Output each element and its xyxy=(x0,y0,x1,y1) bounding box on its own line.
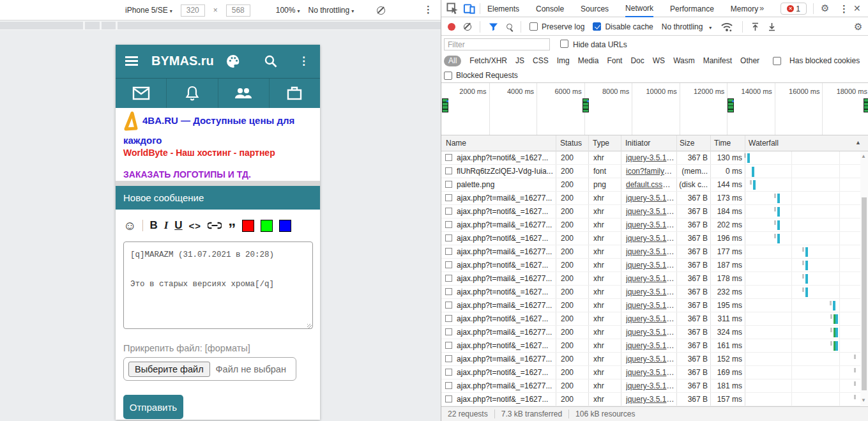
col-size[interactable]: Size xyxy=(680,139,694,148)
filter-pill-js[interactable]: JS xyxy=(515,56,524,65)
viewport-width-input[interactable]: 320 xyxy=(181,4,205,17)
tab-elements[interactable]: Elements xyxy=(487,0,519,17)
device-toolbar-icon[interactable] xyxy=(463,3,475,15)
request-name[interactable]: ajax.php?t=mail&_=16277... xyxy=(457,194,554,203)
clear-icon[interactable] xyxy=(464,23,471,31)
request-name[interactable]: ajax.php?t=mail&_=16277... xyxy=(457,381,554,390)
row-checkbox[interactable] xyxy=(445,221,452,228)
table-row[interactable]: ajax.php?t=notif&_=1627...200xhrjquery-3… xyxy=(441,205,860,218)
col-initiator[interactable]: Initiator xyxy=(625,139,650,148)
zoom-select[interactable]: 100%▾ xyxy=(276,6,300,15)
message-textarea[interactable]: [q]MARAZM (31.07.2021 в 20:28) Это в ста… xyxy=(123,241,313,329)
tab-network[interactable]: Network xyxy=(625,0,653,17)
table-row[interactable]: ajax.php?t=mail&_=16277...200xhrjquery-3… xyxy=(441,353,860,366)
smiley-icon[interactable]: ☺ xyxy=(123,219,136,232)
search-icon[interactable] xyxy=(263,54,278,69)
table-row[interactable]: ajax.php?t=notif&_=1627...200xhrjquery-3… xyxy=(441,286,860,299)
green-color-button[interactable] xyxy=(261,220,273,232)
red-color-button[interactable] xyxy=(242,220,254,232)
underline-button[interactable]: U xyxy=(174,219,182,232)
ad-hosting-line[interactable]: WorldByte - Наш хостинг - партнер xyxy=(123,148,275,158)
row-checkbox[interactable] xyxy=(445,275,452,282)
request-initiator-link[interactable]: icon?family=... xyxy=(626,167,674,176)
ad-block[interactable]: 4BA.RU — Доступные цены для каждого Worl… xyxy=(116,108,320,181)
nav-users-button[interactable] xyxy=(218,79,270,108)
code-button[interactable]: <> xyxy=(189,220,202,231)
request-initiator-link[interactable]: jquery-3.5.1.... xyxy=(626,247,674,256)
nav-portfolio-button[interactable] xyxy=(270,79,320,108)
request-initiator-link[interactable]: jquery-3.5.1.... xyxy=(626,234,674,243)
request-initiator-link[interactable]: jquery-3.5.1.... xyxy=(626,301,674,310)
request-name[interactable]: ajax.php?t=mail&_=16277... xyxy=(457,220,554,229)
request-initiator-link[interactable]: jquery-3.5.1.... xyxy=(626,261,674,270)
tab-memory[interactable]: Memory xyxy=(731,0,758,17)
row-checkbox[interactable] xyxy=(445,395,452,402)
request-name[interactable]: ajax.php?t=notif&_=1627... xyxy=(457,314,554,323)
disable-cache-checkbox[interactable] xyxy=(593,22,601,31)
table-row[interactable]: ajax.php?t=mail&_=16277...200xhrjquery-3… xyxy=(441,245,860,259)
appbar-more-icon[interactable]: ⋮ xyxy=(298,54,314,70)
site-title[interactable]: BYMAS.ru xyxy=(151,54,214,68)
tab-console[interactable]: Console xyxy=(536,0,564,17)
scroll-down-icon[interactable]: ▼ xyxy=(861,397,866,403)
request-name[interactable]: ajax.php?t=mail&_=16277... xyxy=(457,274,554,283)
filter-pill-other[interactable]: Other xyxy=(740,56,759,65)
request-name[interactable]: ajax.php?t=mail&_=16277... xyxy=(457,247,554,256)
nav-notifications-button[interactable] xyxy=(167,79,218,108)
request-name[interactable]: ajax.php?t=mail&_=16277... xyxy=(457,328,554,337)
quote-button[interactable]: ” xyxy=(228,226,236,233)
table-row[interactable]: ajax.php?t=notif&_=1627...200xhrjquery-3… xyxy=(441,366,860,379)
table-row[interactable]: ajax.php?t=mail&_=16277...200xhrjquery-3… xyxy=(441,192,860,205)
blue-color-button[interactable] xyxy=(279,220,291,232)
row-checkbox[interactable] xyxy=(445,248,452,255)
devtools-menu-icon[interactable]: ⋮ xyxy=(839,3,849,15)
request-initiator-link[interactable]: jquery-3.5.1.... xyxy=(626,341,674,350)
filter-pill-all[interactable]: All xyxy=(444,56,461,66)
request-name[interactable]: ajax.php?t=mail&_=16277... xyxy=(457,355,554,364)
menu-icon[interactable] xyxy=(125,56,138,66)
export-har-icon[interactable] xyxy=(768,22,776,31)
sort-asc-icon[interactable]: ▲ xyxy=(855,139,861,146)
rotate-icon[interactable] xyxy=(377,6,385,15)
filter-pill-ws[interactable]: WS xyxy=(653,56,665,65)
table-row[interactable]: ajax.php?t=mail&_=16277...200xhrjquery-3… xyxy=(441,379,860,393)
request-initiator-link[interactable]: jquery-3.5.1.... xyxy=(626,194,674,203)
tab-sources[interactable]: Sources xyxy=(581,0,609,17)
network-throttling-select[interactable]: No throttling ▾ xyxy=(662,22,712,31)
table-row[interactable]: ajax.php?t=notif&_=1627...200xhrjquery-3… xyxy=(441,232,860,245)
request-name[interactable]: ajax.php?t=notif&_=1627... xyxy=(457,153,554,162)
row-checkbox[interactable] xyxy=(445,261,452,268)
col-time[interactable]: Time xyxy=(714,139,731,148)
nav-mail-button[interactable] xyxy=(116,79,167,108)
filter-input[interactable] xyxy=(444,38,550,50)
filter-funnel-icon[interactable] xyxy=(489,22,498,31)
italic-button[interactable]: I xyxy=(164,219,169,232)
inspect-icon[interactable] xyxy=(446,3,459,15)
table-row[interactable]: ajax.php?t=notif&_=1627...200xhrjquery-3… xyxy=(441,259,860,272)
request-initiator-link[interactable]: jquery-3.5.1.... xyxy=(626,207,674,216)
request-name[interactable]: ajax.php?t=notif&_=1627... xyxy=(457,234,554,243)
request-name[interactable]: ajax.php?t=notif&_=1627... xyxy=(457,368,554,377)
textarea-resize-handle[interactable] xyxy=(307,324,312,328)
filter-pill-img[interactable]: Img xyxy=(557,56,570,65)
table-row[interactable]: ajax.php?t=notif&_=1627...200xhrjquery-3… xyxy=(441,393,860,406)
filter-pill-font[interactable]: Font xyxy=(607,56,622,65)
col-waterfall[interactable]: Waterfall xyxy=(749,139,779,148)
request-name[interactable]: ajax.php?t=notif&_=1627... xyxy=(457,261,554,270)
request-name[interactable]: ajax.php?t=notif&_=1627... xyxy=(457,207,554,216)
row-checkbox[interactable] xyxy=(445,208,452,215)
request-initiator-link[interactable]: jquery-3.5.1.... xyxy=(626,274,674,283)
row-checkbox[interactable] xyxy=(445,288,452,295)
row-checkbox[interactable] xyxy=(445,369,452,376)
network-overview-timeline[interactable]: 2000 ms4000 ms6000 ms8000 ms10000 ms1200… xyxy=(441,82,868,135)
device-toolbar-menu-icon[interactable]: ⋮ xyxy=(423,4,433,15)
request-name[interactable]: flUhRq6tzZclQEJ-Vdg-Iuia... xyxy=(457,167,554,176)
row-checkbox[interactable] xyxy=(445,342,452,349)
row-checkbox[interactable] xyxy=(445,328,452,335)
request-initiator-link[interactable]: jquery-3.5.1.... xyxy=(626,355,674,364)
choose-file-button[interactable]: Выберите файл xyxy=(128,362,210,377)
scrollbar-thumb[interactable] xyxy=(862,197,867,390)
send-button[interactable]: Отправить xyxy=(123,395,183,419)
error-badge[interactable]: ✕1 xyxy=(780,3,807,15)
table-row[interactable]: ajax.php?t=mail&_=16277...200xhrjquery-3… xyxy=(441,218,860,232)
